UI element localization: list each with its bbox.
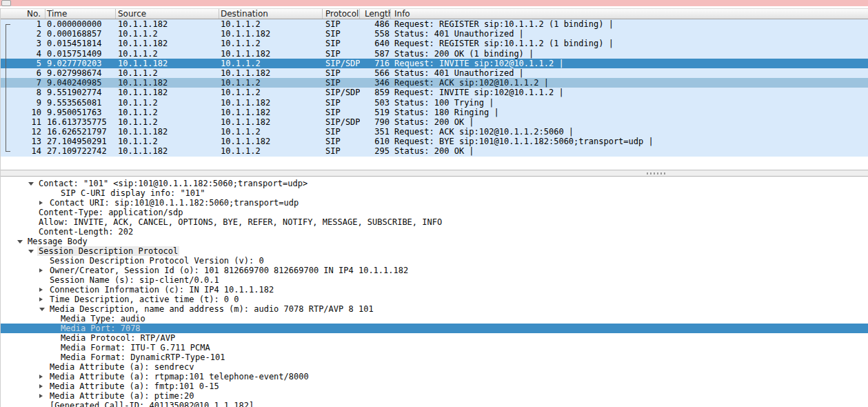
packet-cell-source: 10.1.1.182 [116,88,219,97]
splitter-grip-icon [647,172,667,175]
packet-cell-destination: 10.1.1.182 [219,98,323,108]
packet-cell-info: Status: 200 OK (1 binding) | [391,49,868,59]
pane-splitter[interactable] [0,170,868,177]
packet-cell-info: Request: REGISTER sip:10.1.1.2 (1 bindin… [391,19,868,29]
expander-closed-icon[interactable] [39,201,43,205]
packet-cell-length: 295 [360,146,391,156]
detail-tree-label: Media Attribute (a): sendrecv [50,362,194,372]
packet-cell-destination: 10.1.1.2 [219,127,323,137]
column-header-time[interactable]: Time [46,9,116,19]
packet-row[interactable]: 59.02777020310.1.1.18210.1.1.2SIP/SDP716… [0,59,868,68]
detail-tree-row[interactable]: Content-Length: 202 [0,227,868,237]
detail-tree-row[interactable]: Media Format: DynamicRTP-Type-101 [0,353,868,362]
detail-tree-row[interactable]: Media Attribute (a): fmtp:101 0-15 [0,381,868,391]
detail-tree-label: Media Description, name and address (m):… [50,304,374,314]
detail-tree-label: Session Description Protocol [37,246,179,256]
packet-cell-destination: 10.1.1.2 [219,19,323,29]
column-header-protocol[interactable]: Protocol [323,9,360,19]
detail-tree-row[interactable]: Media Format: ITU-T G.711 PCMA [0,343,868,353]
detail-tree-label: [Generated Call-ID: 401135082@10.1.1.182… [50,401,254,407]
detail-tree-row[interactable]: SIP C-URI display info: "101" [0,188,868,198]
packet-cell-length: 587 [360,49,391,59]
packet-row[interactable]: 1427.10972274210.1.1.18210.1.1.2SIP295St… [0,146,868,156]
detail-tree-row[interactable]: Time Description, active time (t): 0 0 [0,295,868,304]
display-filter-input[interactable] [12,0,868,6]
detail-tree-row[interactable]: Media Port: 7078 [0,324,868,333]
column-header-info[interactable]: Info [391,9,868,19]
packet-cell-protocol: SIP [323,39,360,48]
packet-cell-protocol: SIP [323,108,360,117]
conversation-bracket [6,24,10,152]
detail-tree-row[interactable]: Media Attribute (a): sendrecv [0,362,868,372]
packet-cell-destination: 10.1.1.2 [219,88,323,97]
expander-open-icon[interactable] [39,308,45,311]
packet-row[interactable]: 109.95005176310.1.1.210.1.1.182SIP519Sta… [0,108,868,117]
expander-closed-icon[interactable] [39,288,43,292]
detail-tree-label: Contact URI: sip:101@10.1.1.182:5060;tra… [50,198,299,208]
packet-detail-pane: Contact: "101" <sip:101@10.1.1.182:5060;… [0,177,868,407]
detail-tree-label: Media Attribute (a): rtpmap:101 telephon… [50,372,309,381]
detail-tree-row[interactable]: Owner/Creator, Session Id (o): 101 81266… [0,266,868,275]
packet-cell-info: Request: BYE sip:101@10.1.1.182:5060;tra… [391,137,868,146]
column-header-no[interactable]: No. [0,9,46,19]
detail-tree-row[interactable]: Message Body [0,237,868,246]
filter-toolbar [0,0,868,6]
packet-row[interactable]: 1216.62652179710.1.1.18210.1.1.2SIP351Re… [0,127,868,137]
packet-cell-length: 558 [360,29,391,39]
packet-cell-info: Request: INVITE sip:102@10.1.1.2 | [391,88,868,97]
detail-tree-row[interactable]: Media Attribute (a): ptime:20 [0,391,868,401]
detail-tree-row[interactable]: Media Protocol: RTP/AVP [0,333,868,343]
packet-cell-destination: 10.1.1.182 [219,117,323,127]
packet-row[interactable]: 1327.10495029110.1.1.210.1.1.182SIP610Re… [0,137,868,146]
expander-open-icon[interactable] [17,240,23,244]
expander-closed-icon[interactable] [39,394,43,398]
packet-cell-protocol: SIP/SDP [323,88,360,97]
detail-tree-row[interactable]: Session Name (s): sip-client/0.0.1 [0,275,868,285]
packet-row[interactable]: 1116.61373577510.1.1.210.1.1.182SIP/SDP7… [0,117,868,127]
packet-cell-source: 10.1.1.2 [116,117,219,127]
expander-closed-icon[interactable] [39,297,43,301]
packet-cell-protocol: SIP [323,78,360,88]
column-header-length[interactable]: Length [360,9,391,19]
packet-cell-destination: 10.1.1.182 [219,29,323,39]
expander-closed-icon[interactable] [39,268,43,272]
packet-cell-time: 9.553565081 [46,98,116,108]
packet-row[interactable]: 99.55356508110.1.1.210.1.1.182SIP503Stat… [0,98,868,108]
packet-row[interactable]: 79.04024098510.1.1.18210.1.1.2SIP346Requ… [0,78,868,88]
expander-open-icon[interactable] [28,182,34,186]
detail-tree-label: Session Name (s): sip-client/0.0.1 [50,275,219,285]
packet-cell-length: 346 [360,78,391,88]
packet-cell-destination: 10.1.1.182 [219,49,323,59]
detail-tree-row[interactable]: [Generated Call-ID: 401135082@10.1.1.182… [0,401,868,407]
expander-closed-icon[interactable] [39,384,43,388]
detail-tree-row[interactable]: Content-Type: application/sdp [0,208,868,217]
packet-cell-protocol: SIP [323,137,360,146]
packet-row[interactable]: 10.00000000010.1.1.18210.1.1.2SIP486Requ… [0,19,868,29]
detail-tree-row[interactable]: Contact: "101" <sip:101@10.1.1.182:5060;… [0,179,868,188]
filter-bookmark-icon[interactable] [1,0,11,6]
detail-tree-row[interactable]: Media Description, name and address (m):… [0,304,868,314]
packet-cell-protocol: SIP/SDP [323,117,360,127]
packet-row[interactable]: 40.01575140910.1.1.210.1.1.182SIP587Stat… [0,49,868,59]
packet-cell-destination: 10.1.1.182 [219,108,323,117]
detail-tree-label: Media Format: DynamicRTP-Type-101 [61,353,225,362]
packet-cell-length: 640 [360,39,391,48]
column-header-destination[interactable]: Destination [219,9,323,19]
packet-row[interactable]: 30.01545181410.1.1.18210.1.1.2SIP640Requ… [0,39,868,48]
packet-row[interactable]: 89.55190277410.1.1.18210.1.1.2SIP/SDP859… [0,88,868,97]
expander-closed-icon[interactable] [39,375,43,379]
detail-tree-row[interactable]: Contact URI: sip:101@10.1.1.182:5060;tra… [0,198,868,208]
column-header-source[interactable]: Source [116,9,219,19]
packet-row[interactable]: 20.00016885710.1.1.210.1.1.182SIP558Stat… [0,29,868,39]
packet-cell-protocol: SIP [323,19,360,29]
detail-tree-row[interactable]: Media Type: audio [0,314,868,324]
packet-row[interactable]: 69.02799867410.1.1.210.1.1.182SIP566Stat… [0,68,868,78]
expander-open-icon[interactable] [28,250,34,253]
detail-tree-label: Media Type: audio [61,314,145,324]
detail-tree-row[interactable]: Media Attribute (a): rtpmap:101 telephon… [0,372,868,381]
detail-tree-row[interactable]: Session Description Protocol Version (v)… [0,256,868,266]
detail-tree-row[interactable]: Connection Information (c): IN IP4 10.1.… [0,285,868,295]
detail-tree-row[interactable]: Allow: INVITE, ACK, CANCEL, OPTIONS, BYE… [0,217,868,227]
packet-cell-source: 10.1.1.182 [116,127,219,137]
detail-tree-row[interactable]: Session Description Protocol [0,246,868,256]
